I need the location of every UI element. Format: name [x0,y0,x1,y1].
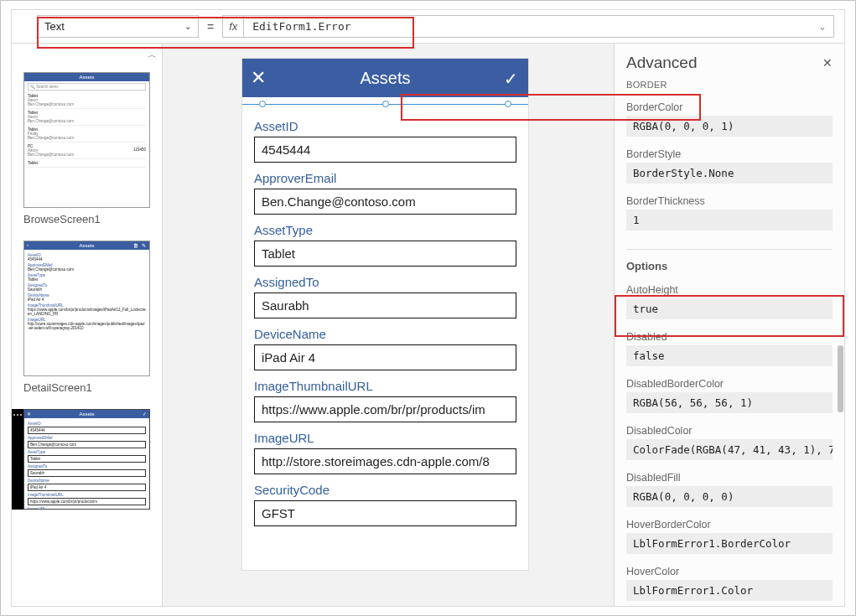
prop-label: DisabledFill [626,472,833,484]
prop-input[interactable]: LblFormError1.BorderColor [626,533,833,554]
field-label: DeviceName [254,327,516,341]
panel-title: Advanced [626,54,698,72]
screen-thumbnails: ︿ Assets 🔍 Search items TabletAaronBen.C… [12,44,163,606]
field-input[interactable]: Saurabh [254,292,516,318]
formula-bar: Text ⌄ = fx EditForm1.Error ⌄ [12,10,844,44]
prop-input[interactable]: true [626,298,833,319]
field-label: AssignedTo [254,275,516,289]
equals-label: = [199,10,222,43]
resize-handle[interactable] [505,101,511,107]
prop-label: HoverColor [626,566,833,577]
prop-label: Disabled [626,331,833,343]
field-label: ApproverEmail [254,171,516,185]
field-label: ImageThumbnailURL [254,379,516,393]
field-input[interactable]: http://store.storeimages.cdn-apple.com/8 [254,448,516,474]
prop-input[interactable]: LblFormError1.Color [626,580,833,601]
field-input[interactable]: GFST [254,500,516,526]
scrollbar-thumb[interactable] [838,345,843,412]
close-icon[interactable]: ✕ [251,67,266,89]
prop-input[interactable]: false [626,345,833,366]
formula-input[interactable]: EditForm1.Error ⌄ [244,15,834,38]
field-label: SecurityCode [254,483,516,497]
close-icon[interactable]: ✕ [822,56,833,70]
prop-input[interactable]: RGBA(0, 0, 0, 0) [626,486,833,507]
check-icon[interactable]: ✓ [504,69,518,89]
prop-label: AutoHeight [626,284,833,296]
chevron-down-icon[interactable]: ⌄ [820,22,825,31]
thumbnail-detail[interactable]: ‹ Assets 🗑 ✎ AssetID4545444 ApproverEMai… [23,241,150,394]
resize-handle[interactable] [259,101,266,107]
prop-label: BorderStyle [626,148,833,160]
prop-label: DisabledBorderColor [626,378,833,390]
thumb-label: DetailScreen1 [23,381,150,394]
app-header: ✕ Assets ✓ [242,59,528,97]
app-title: Assets [360,69,410,88]
collapse-thumbnails-icon[interactable]: ︿ [148,49,157,61]
thumb-title: Assets [79,412,94,417]
prop-label: BorderThickness [626,195,833,207]
edit-form: AssetID 4545444 ApproverEmail Ben.Change… [242,112,528,526]
fx-icon[interactable]: fx [222,15,244,38]
thumb-title: Assets [79,75,94,80]
field-input[interactable]: https://www.apple.com/br/pr/products/im [254,396,516,422]
scrollbar[interactable] [837,102,843,598]
field-label: AssetID [254,119,516,133]
prop-label: BorderColor [626,101,833,113]
thumb-label: BrowseScreen1 [23,213,150,225]
field-label: ImageURL [254,431,516,445]
prop-label: DisabledColor [626,425,833,437]
field-input[interactable]: iPad Air 4 [254,344,516,370]
prop-input[interactable]: ColorFade(RGBA(47, 41, 43, 1), 70%) [626,439,833,460]
advanced-panel: Advanced ✕ BORDER BorderColor RGBA(0, 0,… [614,44,844,606]
property-selector[interactable]: Text ⌄ [37,15,199,38]
field-input[interactable]: Tablet [254,241,516,267]
field-input[interactable]: Ben.Change@contoso.com [254,189,516,215]
prop-input[interactable]: 1 [626,210,833,230]
section-header: Options [626,249,833,272]
prop-label: HoverBorderColor [626,519,833,531]
property-selector-label: Text [44,20,65,33]
app-preview: ✕ Assets ✓ A AssetID 4545444 App [242,59,528,570]
prop-input[interactable]: RGBA(0, 0, 0, 1) [626,116,833,137]
formula-text: EditForm1.Error [252,20,350,33]
thumbnail-browse[interactable]: Assets 🔍 Search items TabletAaronBen.Cha… [23,72,150,225]
selected-error-label[interactable]: A [242,97,528,112]
field-input[interactable]: 4545444 [254,137,516,163]
prop-input[interactable]: RGBA(56, 56, 56, 1) [626,392,833,413]
prop-input[interactable]: BorderStyle.None [626,163,833,184]
field-label: AssetType [254,223,516,237]
chevron-down-icon: ⌄ [184,22,191,31]
thumbnail-edit[interactable]: ⋯ ✕ Assets ✓ AssetID4545444 ApproverEMai… [12,409,162,510]
design-canvas[interactable]: ✕ Assets ✓ A AssetID 4545444 App [163,44,614,606]
thumb-title: Assets [79,243,94,248]
resize-handle[interactable] [382,101,389,107]
section-header-cutoff: BORDER [626,80,833,90]
thumbnail-menu-icon[interactable]: ⋯ [12,409,23,510]
